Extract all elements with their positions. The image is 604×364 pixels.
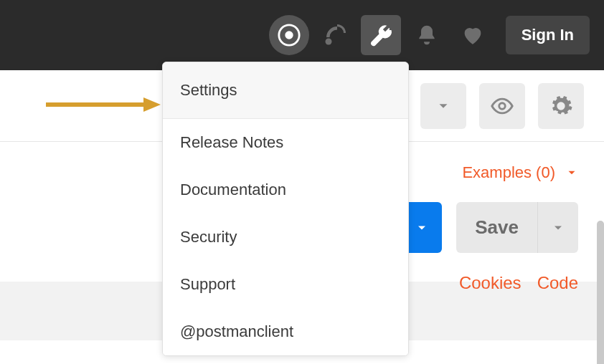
cookies-link[interactable]: Cookies — [459, 273, 522, 293]
wrench-dropdown-menu: Settings Release Notes Documentation Sec… — [162, 62, 409, 356]
save-group: Save — [456, 202, 578, 253]
dropdown-item-security[interactable]: Security — [163, 214, 408, 261]
bell-icon[interactable] — [407, 15, 447, 55]
wrench-icon[interactable] — [361, 15, 401, 55]
svg-point-2 — [325, 39, 331, 45]
dropdown-item-twitter[interactable]: @postmanclient — [163, 308, 408, 355]
topbar: Sign In — [0, 0, 604, 70]
links-row: Cookies Code — [459, 273, 578, 293]
save-dropdown-caret[interactable] — [538, 202, 578, 253]
settings-gear-button[interactable] — [538, 83, 584, 129]
satellite-icon[interactable] — [315, 15, 355, 55]
dropdown-item-release-notes[interactable]: Release Notes — [163, 119, 408, 166]
environment-dropdown-caret[interactable] — [420, 83, 466, 129]
dropdown-item-support[interactable]: Support — [163, 261, 408, 308]
svg-point-1 — [285, 31, 293, 39]
heart-icon[interactable] — [453, 15, 493, 55]
request-action-row: Save — [402, 202, 578, 253]
environment-eye-button[interactable] — [479, 83, 525, 129]
dropdown-item-settings[interactable]: Settings — [163, 62, 408, 119]
sync-state-icon[interactable] — [269, 15, 309, 55]
code-link[interactable]: Code — [537, 273, 578, 293]
svg-point-3 — [499, 102, 506, 109]
save-button[interactable]: Save — [456, 202, 538, 253]
signin-button[interactable]: Sign In — [506, 16, 590, 54]
examples-label: Examples (0) — [462, 163, 555, 182]
examples-dropdown[interactable]: Examples (0) — [462, 163, 578, 182]
dropdown-item-documentation[interactable]: Documentation — [163, 166, 408, 214]
